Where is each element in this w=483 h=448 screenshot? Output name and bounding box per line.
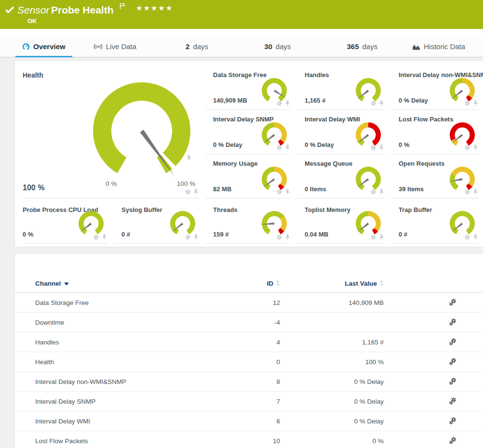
gauge-title: Toplist Memory	[305, 206, 350, 213]
gauge-cell: Interval Delay WMI0 % Delay	[297, 110, 391, 154]
gauge-value: 0 #	[121, 231, 130, 238]
pin-icon[interactable]	[379, 100, 384, 106]
gauge-value: 39 Items	[399, 185, 424, 193]
gauge-cell: Message Queue0 Items	[297, 154, 391, 198]
col-header-last-value[interactable]: Last Value	[280, 280, 384, 288]
channel-name[interactable]: Health	[35, 358, 54, 366]
tab-label: days	[276, 42, 291, 51]
tab-label: Live Data	[106, 42, 136, 51]
gear-icon[interactable]	[276, 100, 282, 106]
gear-icon[interactable]	[464, 100, 470, 106]
gear-icon[interactable]	[464, 189, 470, 195]
pin-icon[interactable]	[102, 234, 107, 240]
channel-id: 8	[207, 378, 280, 385]
channel-name[interactable]: Data Storage Free	[35, 299, 89, 306]
channel-last-value: 0 %	[280, 437, 384, 445]
tab-overview[interactable]: Overview	[15, 36, 72, 57]
gauge-value: 0 %	[23, 231, 33, 238]
channel-settings-gears-icon[interactable]	[448, 436, 457, 445]
col-header-label: Last Value	[345, 280, 377, 287]
channels-table-panel: Channel ID Last Value Data Storage Free1…	[14, 253, 483, 448]
status-badge: OK	[27, 17, 37, 25]
pin-icon[interactable]	[193, 189, 199, 195]
channel-id: 6	[207, 418, 280, 425]
gauge-cell: Interval Delay SNMP0 % Delay	[205, 110, 297, 154]
channel-settings-gears-icon[interactable]	[448, 377, 457, 386]
gauge-cell: Syslog Buffer0 #	[114, 198, 205, 244]
channel-last-value: 0 % Delay	[280, 378, 384, 385]
priority-stars[interactable]: ★★★★★	[136, 4, 173, 13]
gear-icon[interactable]	[276, 189, 282, 195]
channel-name[interactable]: Downtime	[35, 319, 64, 326]
sort-icon	[276, 280, 280, 288]
pin-icon[interactable]	[473, 100, 478, 106]
flag-icon[interactable]	[120, 3, 125, 12]
tab-historic-data[interactable]: Historic Data	[405, 36, 472, 57]
channel-id: 10	[207, 437, 280, 445]
channel-name[interactable]: Interval Delay SNMP	[35, 398, 95, 405]
gear-icon[interactable]	[370, 145, 376, 151]
tab-365-days[interactable]: 365days	[340, 36, 385, 57]
channel-name[interactable]: Lost Flow Packets	[35, 437, 88, 445]
gear-icon[interactable]	[185, 189, 191, 195]
channel-table-row: Health0100 %	[15, 352, 483, 372]
gauge-value: 0 % Delay	[213, 141, 242, 148]
gear-icon[interactable]	[185, 234, 191, 240]
status-check-icon	[5, 6, 14, 15]
tab-label: Overview	[33, 42, 66, 51]
historic-icon	[412, 43, 420, 50]
table-header-row: Channel ID Last Value	[15, 275, 483, 293]
gear-icon[interactable]	[370, 234, 376, 240]
pin-icon[interactable]	[379, 234, 384, 240]
gauges-panel: Health x̄ 0 % 100 % 100 % Data Storage F…	[14, 60, 483, 247]
pin-icon[interactable]	[285, 145, 290, 151]
gear-icon[interactable]	[370, 189, 376, 195]
gauge-cell: Interval Delay non-WMI&SNMP0 % Delay	[391, 66, 483, 110]
pin-icon[interactable]	[285, 234, 290, 240]
gauge-value: 0 #	[399, 231, 407, 238]
channel-settings-gears-icon[interactable]	[448, 338, 457, 346]
col-header-channel[interactable]: Channel	[15, 280, 207, 287]
channel-id: 12	[207, 299, 280, 306]
gear-icon[interactable]	[276, 145, 282, 151]
channel-settings-gears-icon[interactable]	[448, 357, 457, 366]
channel-name[interactable]: Interval Delay non-WMI&SNMP	[35, 378, 126, 385]
pin-icon[interactable]	[379, 189, 384, 195]
pin-icon[interactable]	[473, 234, 478, 240]
tab-live-data[interactable]: Live Data	[87, 36, 143, 57]
gauge-value: 0 % Delay	[399, 97, 428, 104]
channel-settings-gears-icon[interactable]	[448, 318, 457, 327]
tab-2-days[interactable]: 2days	[179, 36, 215, 57]
channel-name[interactable]: Interval Delay WMI	[35, 418, 90, 425]
channel-table-row: Interval Delay WMI60 % Delay	[15, 411, 483, 431]
gear-icon[interactable]	[93, 234, 99, 240]
pin-icon[interactable]	[285, 100, 290, 106]
col-header-label: Channel	[35, 280, 61, 287]
pin-icon[interactable]	[473, 145, 478, 151]
gauge-title: Health	[23, 71, 43, 79]
col-header-label: ID	[267, 280, 274, 287]
channel-id: 4	[207, 339, 280, 346]
channel-name[interactable]: Handles	[35, 339, 59, 346]
channel-settings-gears-icon[interactable]	[448, 417, 457, 425]
pin-icon[interactable]	[285, 189, 290, 195]
gauge-cell: Lost Flow Packets0 %	[391, 110, 483, 154]
sensor-header: Sensor Probe Health ★★★★★ OK	[0, 0, 483, 29]
gear-icon[interactable]	[276, 234, 282, 240]
channel-settings-gears-icon[interactable]	[448, 298, 457, 307]
sort-icon	[379, 280, 384, 288]
gear-icon[interactable]	[370, 100, 376, 106]
tab-30-days[interactable]: 30days	[257, 36, 297, 57]
pin-icon[interactable]	[379, 145, 384, 151]
prtg-sensor-page: { "header": { "type_label": "Sensor", "t…	[0, 0, 483, 448]
tab-number: 2	[186, 42, 189, 51]
pin-icon[interactable]	[193, 234, 199, 240]
gear-icon[interactable]	[464, 234, 470, 240]
channel-settings-gears-icon[interactable]	[448, 397, 457, 406]
pin-icon[interactable]	[473, 189, 478, 195]
gauge-title: Handles	[305, 71, 329, 79]
gauge-value: 82 MB	[213, 185, 231, 193]
col-header-id[interactable]: ID	[207, 280, 280, 288]
gauge-title: Lost Flow Packets	[399, 116, 453, 123]
gear-icon[interactable]	[464, 145, 470, 151]
